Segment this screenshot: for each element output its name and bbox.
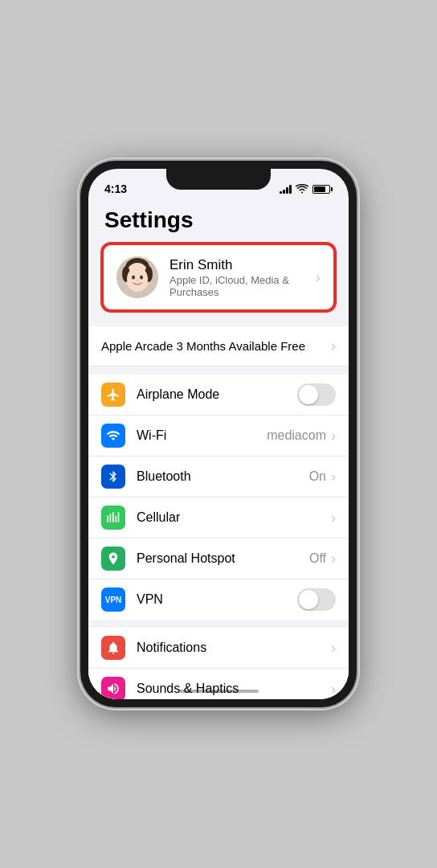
hotspot-label: Personal Hotspot bbox=[137, 551, 309, 566]
promo-row[interactable]: Apple Arcade 3 Months Available Free › bbox=[88, 326, 349, 366]
phone-frame: 4:13 bbox=[80, 161, 357, 707]
airplane-mode-row[interactable]: Airplane Mode bbox=[88, 375, 349, 416]
promo-chevron-icon: › bbox=[331, 338, 336, 354]
avatar-image bbox=[116, 256, 158, 298]
vpn-row[interactable]: VPN VPN bbox=[88, 579, 349, 620]
sounds-chevron-icon: › bbox=[331, 681, 336, 698]
svg-point-7 bbox=[140, 276, 143, 280]
hotspot-row[interactable]: Personal Hotspot Off › bbox=[88, 538, 349, 579]
screen: 4:13 bbox=[88, 169, 349, 699]
notch bbox=[166, 169, 271, 190]
svg-point-6 bbox=[132, 276, 135, 280]
notifications-section: Notifications › Sounds & Haptics › bbox=[88, 628, 349, 699]
bluetooth-row[interactable]: Bluetooth On › bbox=[88, 457, 349, 497]
home-indicator bbox=[178, 690, 259, 693]
wifi-status-icon bbox=[296, 184, 308, 194]
wifi-label: Wi-Fi bbox=[137, 428, 267, 443]
hotspot-chevron-icon: › bbox=[331, 551, 336, 567]
bluetooth-chevron-icon: › bbox=[331, 469, 336, 485]
content-area: Settings bbox=[88, 201, 349, 699]
svg-point-5 bbox=[127, 267, 148, 291]
notifications-row[interactable]: Notifications › bbox=[88, 628, 349, 669]
hotspot-icon bbox=[101, 547, 125, 571]
cellular-row[interactable]: Cellular › bbox=[88, 497, 349, 538]
profile-chevron-icon: › bbox=[316, 269, 321, 286]
wifi-chevron-icon: › bbox=[331, 428, 336, 444]
profile-info: Erin Smith Apple ID, iCloud, Media & Pur… bbox=[169, 257, 316, 298]
hotspot-value: Off bbox=[309, 551, 326, 566]
profile-card[interactable]: Erin Smith Apple ID, iCloud, Media & Pur… bbox=[101, 243, 336, 312]
wifi-icon bbox=[101, 424, 125, 448]
notifications-chevron-icon: › bbox=[331, 640, 336, 657]
connectivity-section: Airplane Mode Wi-Fi mediacom › bbox=[88, 375, 349, 620]
vpn-toggle[interactable] bbox=[297, 588, 336, 611]
airplane-mode-icon bbox=[101, 383, 125, 407]
notifications-label: Notifications bbox=[137, 641, 331, 655]
sounds-label: Sounds & Haptics bbox=[137, 682, 331, 696]
battery-icon bbox=[312, 185, 333, 194]
profile-name: Erin Smith bbox=[169, 257, 316, 273]
status-icons bbox=[280, 184, 333, 194]
sounds-icon bbox=[101, 677, 125, 699]
bluetooth-icon bbox=[101, 465, 125, 489]
wifi-row[interactable]: Wi-Fi mediacom › bbox=[88, 416, 349, 457]
cellular-label: Cellular bbox=[137, 510, 331, 525]
notifications-icon bbox=[101, 636, 125, 660]
bluetooth-value: On bbox=[309, 469, 326, 484]
vpn-label: VPN bbox=[137, 592, 297, 607]
status-time: 4:13 bbox=[104, 182, 127, 195]
profile-subtitle: Apple ID, iCloud, Media & Purchases bbox=[169, 274, 316, 298]
signal-bars-icon bbox=[280, 184, 292, 194]
promo-text: Apple Arcade 3 Months Available Free bbox=[101, 339, 331, 353]
avatar bbox=[116, 256, 158, 298]
cellular-chevron-icon: › bbox=[331, 510, 336, 526]
airplane-mode-label: Airplane Mode bbox=[137, 387, 297, 402]
cellular-icon bbox=[101, 506, 125, 530]
sounds-row[interactable]: Sounds & Haptics › bbox=[88, 669, 349, 699]
bluetooth-label: Bluetooth bbox=[137, 469, 309, 484]
airplane-mode-toggle[interactable] bbox=[297, 383, 336, 406]
page-title: Settings bbox=[88, 201, 349, 243]
vpn-icon: VPN bbox=[101, 588, 125, 612]
wifi-value: mediacom bbox=[267, 428, 326, 443]
